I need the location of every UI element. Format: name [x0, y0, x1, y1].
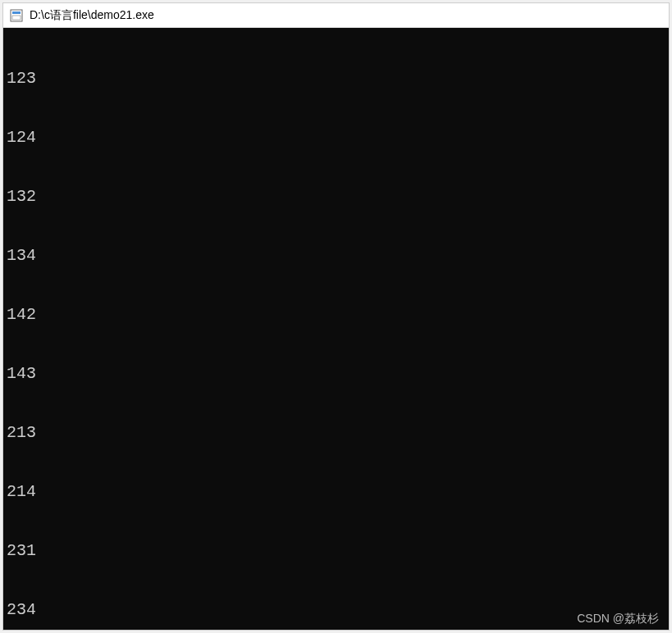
svg-rect-2 — [12, 16, 21, 20]
output-line: 213 — [7, 423, 665, 443]
console-output[interactable]: 123 124 132 134 142 143 213 214 231 234 … — [3, 28, 669, 630]
watermark: CSDN @荔枝杉 — [577, 612, 659, 626]
window-title: D:\c语言file\demo21.exe — [30, 8, 154, 23]
output-line: 134 — [7, 246, 665, 266]
output-line: 143 — [7, 364, 665, 384]
output-line: 132 — [7, 187, 665, 207]
output-line: 231 — [7, 541, 665, 561]
output-line: 234 — [7, 600, 665, 620]
console-window: D:\c语言file\demo21.exe 123 124 132 134 14… — [2, 2, 670, 631]
svg-rect-1 — [12, 11, 21, 14]
app-icon — [10, 9, 23, 22]
titlebar[interactable]: D:\c语言file\demo21.exe — [3, 3, 669, 28]
output-line: 214 — [7, 482, 665, 502]
output-line: 142 — [7, 305, 665, 325]
output-line: 124 — [7, 128, 665, 148]
output-line: 123 — [7, 69, 665, 89]
